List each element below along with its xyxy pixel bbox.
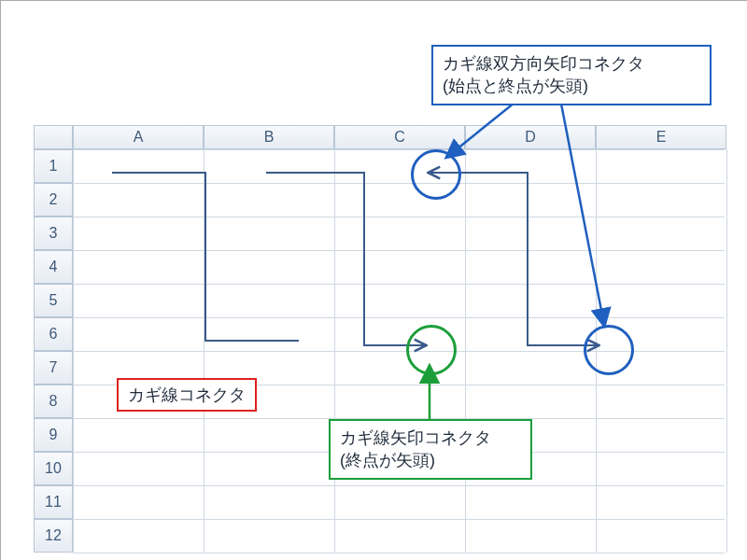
row-header-9[interactable]: 9 [34,418,73,452]
select-all-corner[interactable] [34,125,73,149]
row-header-11[interactable]: 11 [34,485,73,519]
col-header-c[interactable]: C [334,125,465,149]
circle-highlight-double-end [584,325,634,375]
callout-plain-label: カギ線コネクタ [128,385,246,404]
callout-plain: カギ線コネクタ [117,378,257,412]
callout-double-line1: カギ線双方向矢印コネクタ [443,52,700,75]
row-header-8[interactable]: 8 [34,385,73,418]
circle-highlight-arrow-end [406,325,457,375]
row-header-3[interactable]: 3 [34,217,73,250]
row-header-10[interactable]: 10 [34,452,73,485]
callout-single-arrow: カギ線矢印コネクタ (終点が矢頭) [329,419,532,480]
row-header-2[interactable]: 2 [34,183,73,217]
callout-single-line2: (終点が矢頭) [340,449,521,471]
circle-highlight-double-start [411,149,461,200]
row-header-5[interactable]: 5 [34,284,73,317]
row-header-6[interactable]: 6 [34,317,73,351]
col-header-a[interactable]: A [73,125,204,149]
row-headers-col: 1 2 3 4 5 6 7 8 9 10 11 12 [34,149,73,553]
column-headers-row: A B C D E [34,125,726,149]
col-header-d[interactable]: D [465,125,596,149]
row-header-7[interactable]: 7 [34,351,73,385]
callout-double-arrow: カギ線双方向矢印コネクタ (始点と終点が矢頭) [431,45,712,105]
callout-double-line2: (始点と終点が矢頭) [443,75,700,97]
row-header-4[interactable]: 4 [34,250,73,284]
col-header-b[interactable]: B [204,125,334,149]
row-header-1[interactable]: 1 [34,149,73,183]
col-header-e[interactable]: E [596,125,726,149]
row-header-12[interactable]: 12 [34,519,73,553]
callout-single-line1: カギ線矢印コネクタ [340,427,521,449]
